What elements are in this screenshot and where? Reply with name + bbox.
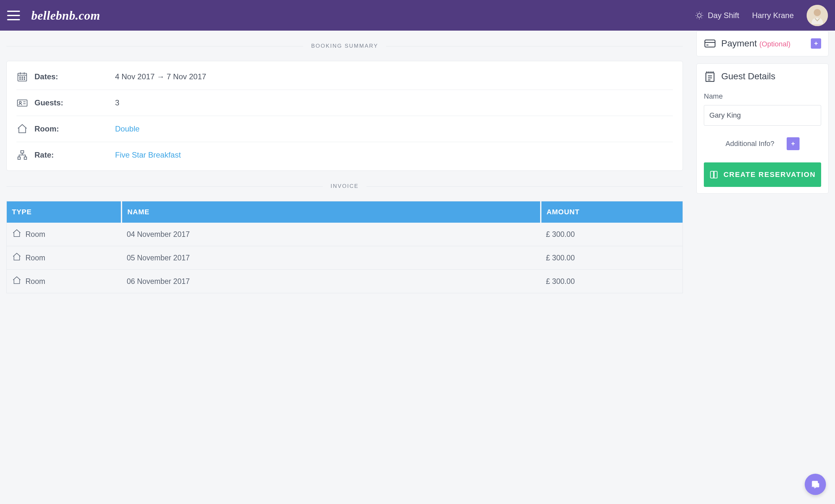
notepad-icon	[704, 70, 716, 82]
summary-label: Rate:	[35, 150, 108, 160]
shift-label: Day Shift	[708, 11, 739, 20]
payment-card: Payment (Optional) +	[696, 31, 829, 56]
th-amount: AMOUNT	[541, 201, 683, 223]
summary-row-rate: Rate: Five Star Breakfast	[17, 142, 673, 168]
payment-title: Payment (Optional)	[721, 38, 806, 49]
cell-name: 06 November 2017	[122, 270, 541, 293]
th-type: TYPE	[7, 201, 122, 223]
th-name: NAME	[122, 201, 541, 223]
logo[interactable]: bellebnb.com	[31, 8, 100, 23]
add-payment-button[interactable]: +	[811, 38, 821, 49]
additional-info-label: Additional Info?	[726, 140, 774, 148]
svg-point-6	[24, 77, 25, 78]
app-header: bellebnb.com Day Shift Harry Krane	[0, 0, 835, 31]
svg-rect-10	[17, 100, 27, 106]
section-title: BOOKING SUMMARY	[303, 43, 386, 49]
svg-point-9	[24, 79, 25, 80]
svg-point-0	[697, 14, 701, 17]
cell-amount: £ 300.00	[541, 270, 683, 293]
house-icon	[17, 123, 28, 135]
svg-point-2	[814, 9, 821, 16]
book-icon	[709, 170, 718, 179]
house-icon	[12, 252, 22, 264]
section-divider-invoice: INVOICE	[6, 183, 683, 189]
name-label: Name	[704, 92, 821, 101]
table-row: Room06 November 2017£ 300.00	[7, 270, 683, 293]
summary-value: 3	[115, 98, 119, 107]
summary-row-guests: Guests: 3	[17, 90, 673, 116]
id-card-icon	[17, 97, 28, 108]
credit-card-icon	[704, 37, 716, 49]
avatar[interactable]	[807, 5, 828, 26]
guest-details-title: Guest Details	[721, 71, 821, 82]
add-info-button[interactable]: +	[787, 137, 799, 150]
rate-link[interactable]: Five Star Breakfast	[115, 150, 181, 160]
payment-optional: (Optional)	[759, 40, 791, 48]
summary-label: Room:	[35, 124, 108, 134]
svg-point-5	[22, 77, 23, 78]
svg-rect-14	[24, 157, 27, 160]
table-row: Room05 November 2017£ 300.00	[7, 246, 683, 270]
calendar-icon	[17, 71, 28, 82]
cell-type: Room	[7, 223, 122, 246]
summary-row-room: Room: Double	[17, 116, 673, 142]
svg-point-4	[20, 77, 21, 78]
svg-rect-13	[18, 157, 21, 160]
hierarchy-icon	[17, 149, 28, 161]
section-title: INVOICE	[323, 183, 366, 189]
summary-value: 4 Nov 2017 → 7 Nov 2017	[115, 72, 206, 81]
svg-point-8	[22, 79, 23, 80]
cell-name: 05 November 2017	[122, 246, 541, 270]
house-icon	[12, 228, 22, 240]
section-divider-summary: BOOKING SUMMARY	[6, 43, 683, 49]
cell-name: 04 November 2017	[122, 223, 541, 246]
summary-card: Dates: 4 Nov 2017 → 7 Nov 2017 Guests: 3…	[6, 61, 683, 171]
cell-type: Room	[7, 246, 122, 270]
cell-amount: £ 300.00	[541, 223, 683, 246]
guest-details-card: Guest Details Name Additional Info? + CR…	[696, 63, 829, 194]
sun-icon	[695, 11, 704, 20]
menu-icon[interactable]	[7, 11, 20, 20]
guest-name-input[interactable]	[704, 105, 821, 126]
summary-row-dates: Dates: 4 Nov 2017 → 7 Nov 2017	[17, 64, 673, 90]
summary-label: Guests:	[35, 98, 108, 107]
user-name[interactable]: Harry Krane	[752, 11, 794, 20]
invoice-table: TYPE NAME AMOUNT Room04 November 2017£ 3…	[6, 201, 683, 293]
shift-toggle[interactable]: Day Shift	[695, 11, 739, 20]
room-link[interactable]: Double	[115, 124, 140, 134]
svg-rect-15	[705, 40, 715, 47]
create-reservation-button[interactable]: CREATE RESERVATION	[704, 162, 821, 187]
svg-point-7	[20, 79, 21, 80]
house-icon	[12, 276, 22, 287]
cell-type: Room	[7, 270, 122, 293]
table-row: Room04 November 2017£ 300.00	[7, 223, 683, 246]
cell-amount: £ 300.00	[541, 246, 683, 270]
summary-label: Dates:	[35, 72, 108, 81]
svg-rect-12	[21, 151, 24, 154]
svg-point-11	[19, 101, 21, 103]
